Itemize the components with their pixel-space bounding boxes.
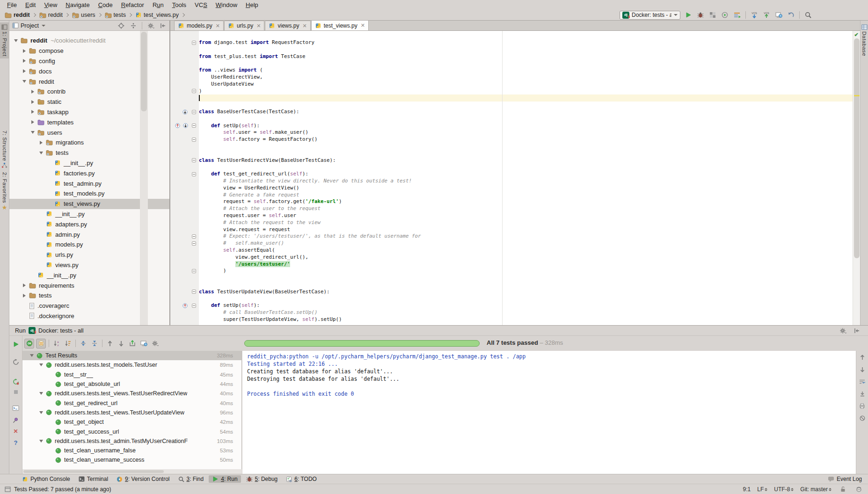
overrides-icon[interactable] [175, 123, 180, 128]
sort-alpha-button[interactable]: az [52, 339, 61, 348]
tree-toggle[interactable] [30, 89, 36, 94]
overridden-icon[interactable] [182, 109, 188, 115]
tree-toggle[interactable] [47, 201, 52, 207]
run-button[interactable] [684, 10, 693, 20]
tree-toggle[interactable] [48, 419, 53, 425]
scrollbar-thumb[interactable] [854, 38, 860, 258]
scrollbar-thumb[interactable] [141, 32, 147, 111]
close-icon[interactable]: ✕ [303, 23, 307, 29]
tree-toggle[interactable] [30, 130, 36, 135]
fold-marker[interactable] [192, 138, 196, 142]
local-history-button[interactable] [774, 10, 783, 20]
menu-item-file[interactable]: File [3, 0, 21, 9]
scrollbar-thumb[interactable] [23, 470, 164, 473]
test-row[interactable]: Test Results328ms [22, 351, 241, 360]
tree-toggle[interactable] [22, 293, 27, 298]
tree-toggle[interactable] [48, 448, 53, 453]
fold-marker[interactable] [192, 241, 196, 246]
tree-toggle[interactable] [47, 181, 52, 186]
tree-toggle[interactable] [38, 232, 44, 237]
collapse-all-button[interactable] [90, 339, 99, 348]
tool-window-button-6-todo[interactable]: 6: TODO [283, 475, 320, 483]
tree-toggle[interactable] [38, 252, 44, 258]
overrides-icon[interactable] [182, 303, 188, 308]
test-results-tree[interactable]: Test Results328msreddit.users.tests.test… [22, 351, 242, 469]
pin-button[interactable] [11, 415, 21, 425]
export-button[interactable] [128, 339, 137, 348]
breadcrumb-item[interactable]: tests [104, 11, 127, 19]
tool-window-button-3-find[interactable]: 3: Find [175, 475, 207, 483]
fold-marker[interactable] [192, 110, 196, 114]
tree-toggle[interactable] [47, 160, 52, 166]
run-console[interactable]: reddit_pycha:python -u /opt/.pycharm_hel… [242, 351, 856, 474]
softwrap-button[interactable] [858, 377, 867, 386]
locate-button[interactable] [117, 21, 126, 30]
vcs-commit-button[interactable]: VCS [762, 10, 771, 20]
rerun-tests-button[interactable] [11, 340, 21, 349]
menu-item-vcs[interactable]: VCS [190, 0, 212, 9]
fold-marker[interactable] [192, 172, 196, 176]
tool-button-favorites[interactable]: 2: Favorites ★ [0, 170, 9, 212]
tab-views-py[interactable]: views.py✕ [265, 21, 310, 30]
tree-toggle[interactable] [38, 362, 44, 368]
tree-toggle[interactable] [13, 38, 19, 44]
breadcrumb-item[interactable]: reddit [4, 11, 31, 19]
tree-toggle[interactable] [30, 99, 36, 105]
breadcrumb-item[interactable]: reddit [38, 11, 64, 19]
project-tree-scrollbar[interactable] [140, 31, 148, 325]
menu-item-run[interactable]: Run [148, 0, 168, 9]
close-button[interactable]: ✕ [11, 427, 21, 436]
tree-toggle[interactable] [38, 410, 44, 415]
tree-toggle[interactable] [38, 391, 44, 396]
tool-button-project[interactable]: 1: Project [0, 22, 9, 58]
stop-button[interactable] [11, 387, 21, 397]
status-widget-lf[interactable]: LF [757, 486, 767, 493]
status-widget-git-master[interactable]: Git: master [800, 486, 832, 493]
tree-toggle[interactable] [47, 191, 52, 196]
help-button[interactable]: ? [11, 438, 21, 447]
clear-button[interactable] [858, 414, 867, 423]
tree-toggle[interactable] [48, 429, 53, 435]
settings-button[interactable] [150, 339, 160, 348]
code-editor[interactable]: from django.test import RequestFactory f… [170, 31, 860, 325]
tree-toggle[interactable] [48, 457, 53, 463]
test-row[interactable]: test_get_absolute_url44ms [22, 379, 241, 389]
tool-window-button-5-debug[interactable]: 5: Debug [243, 475, 281, 483]
fold-marker[interactable] [192, 290, 196, 294]
menu-item-view[interactable]: View [40, 0, 61, 9]
fold-marker[interactable] [192, 304, 196, 308]
tree-toggle[interactable] [29, 353, 35, 358]
prev-button[interactable] [105, 339, 115, 348]
tree-toggle[interactable] [38, 438, 44, 444]
tree-toggle[interactable] [38, 150, 44, 156]
test-row[interactable]: reddit.users.tests.test_views.TestUserRe… [22, 389, 241, 398]
filter-passed-toggle[interactable]: OK [24, 339, 34, 349]
coverage-button[interactable] [708, 10, 717, 20]
hide-button[interactable] [852, 326, 861, 335]
close-icon[interactable]: ✕ [256, 23, 261, 29]
filter-ignored-toggle[interactable] [36, 339, 46, 349]
test-row[interactable]: test__str__45ms [22, 370, 241, 379]
menu-item-navigate[interactable]: Navigate [61, 0, 94, 9]
inspections-ok-icon[interactable]: ✔ [853, 32, 860, 37]
tree-toggle[interactable] [38, 211, 44, 217]
vcs-update-button[interactable]: VCS [750, 10, 759, 20]
tree-toggle[interactable] [30, 272, 36, 278]
test-row[interactable]: test_clean_username_success50ms [22, 455, 241, 465]
test-row[interactable]: test_get_object42ms [22, 417, 241, 427]
tree-toggle[interactable] [38, 221, 44, 227]
settings-button[interactable] [838, 326, 847, 335]
fold-marker[interactable] [192, 158, 196, 162]
test-row[interactable]: reddit.users.tests.test_views.TestUserUp… [22, 408, 241, 417]
chevron-down-icon[interactable] [42, 25, 45, 27]
unlock-button[interactable] [838, 485, 847, 494]
tree-toggle[interactable] [22, 58, 27, 64]
scroll-end-button[interactable] [858, 389, 867, 399]
tree-toggle[interactable] [48, 381, 53, 387]
tree-toggle[interactable] [48, 400, 53, 406]
test-row[interactable]: test_get_redirect_url40ms [22, 398, 241, 407]
tool-button-structure[interactable]: 7: Structure [0, 129, 9, 170]
rerun-button[interactable] [11, 357, 21, 367]
status-widget-9-1[interactable]: 9:1 [743, 486, 751, 493]
close-icon[interactable]: ✕ [361, 22, 365, 29]
